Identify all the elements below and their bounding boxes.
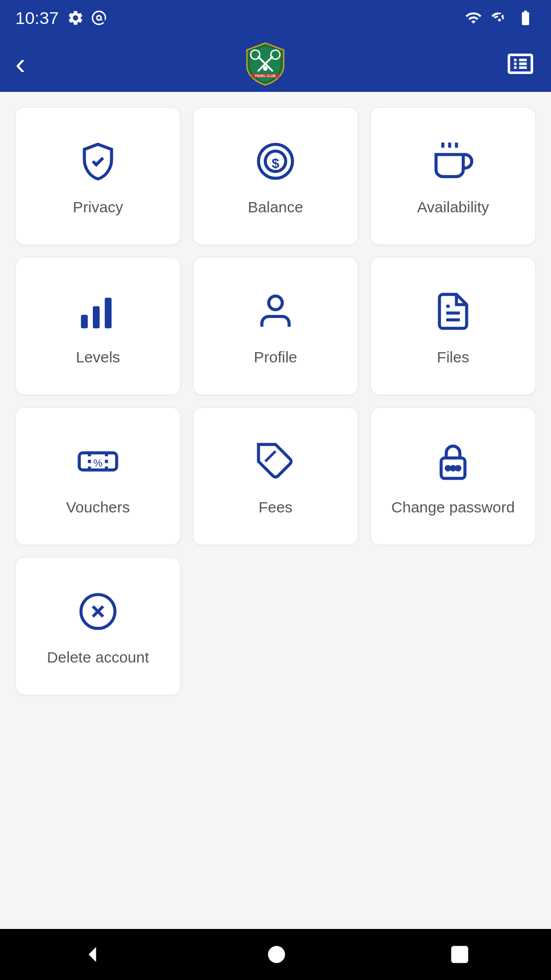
delete-account-icon xyxy=(78,591,118,632)
balance-label: Balance xyxy=(248,197,303,217)
wifi-icon xyxy=(463,9,484,27)
id-card-icon xyxy=(505,48,536,79)
nav-bar: ‹ PADEL CLUB xyxy=(0,36,551,92)
privacy-label: Privacy xyxy=(73,197,123,217)
back-button[interactable]: ‹ xyxy=(15,48,26,79)
back-nav-button[interactable] xyxy=(81,943,104,966)
delete-account-label: Delete account xyxy=(47,647,149,667)
home-nav-button[interactable] xyxy=(266,944,287,965)
vouchers-icon: % xyxy=(78,441,118,482)
files-item[interactable]: Files xyxy=(370,257,536,395)
id-card-button[interactable] xyxy=(505,48,536,79)
svg-point-26 xyxy=(452,467,455,470)
svg-rect-12 xyxy=(81,314,88,328)
levels-icon xyxy=(78,291,118,332)
bottom-nav xyxy=(0,929,551,980)
vouchers-item[interactable]: % Vouchers xyxy=(15,407,181,545)
svg-rect-13 xyxy=(93,306,99,328)
levels-item[interactable]: Levels xyxy=(15,257,181,395)
status-bar: 10:37 xyxy=(0,0,551,36)
fees-icon xyxy=(255,441,296,482)
privacy-icon xyxy=(78,141,118,182)
availability-icon xyxy=(433,141,473,182)
status-right xyxy=(463,9,536,27)
delete-account-item[interactable]: Delete account xyxy=(15,557,181,695)
main-content: Privacy $ Balance xyxy=(0,92,551,929)
svg-line-23 xyxy=(265,451,276,461)
status-icons xyxy=(67,9,108,27)
at-icon xyxy=(90,9,108,27)
signal-icon xyxy=(491,9,508,27)
vouchers-label: Vouchers xyxy=(66,497,130,517)
files-icon xyxy=(433,291,473,332)
svg-point-15 xyxy=(269,296,283,310)
availability-item[interactable]: Availability xyxy=(370,107,536,245)
battery-icon xyxy=(515,9,536,27)
svg-point-25 xyxy=(446,467,450,470)
availability-label: Availability xyxy=(417,197,489,217)
profile-label: Profile xyxy=(254,347,297,367)
privacy-item[interactable]: Privacy xyxy=(15,107,181,245)
change-password-item[interactable]: Change password xyxy=(370,407,536,545)
menu-grid: Privacy $ Balance xyxy=(15,107,536,695)
svg-text:PADEL CLUB: PADEL CLUB xyxy=(255,74,276,78)
profile-item[interactable]: Profile xyxy=(193,257,358,395)
fees-item[interactable]: Fees xyxy=(193,407,358,545)
recent-nav-button[interactable] xyxy=(449,944,470,965)
settings-icon xyxy=(67,9,84,27)
balance-item[interactable]: $ Balance xyxy=(193,107,358,245)
svg-rect-14 xyxy=(105,298,111,328)
change-password-icon xyxy=(433,441,473,482)
svg-point-4 xyxy=(263,66,267,71)
svg-text:$: $ xyxy=(272,156,280,171)
svg-point-32 xyxy=(268,946,285,963)
balance-icon: $ xyxy=(255,141,296,182)
status-time: 10:37 xyxy=(15,8,59,28)
change-password-label: Change password xyxy=(391,497,515,517)
logo-svg: PADEL CLUB xyxy=(242,41,288,87)
files-label: Files xyxy=(437,347,469,367)
fees-label: Fees xyxy=(259,497,293,517)
svg-point-27 xyxy=(457,467,460,470)
svg-marker-31 xyxy=(89,947,96,962)
svg-text:%: % xyxy=(93,457,103,469)
app-logo[interactable]: PADEL CLUB xyxy=(242,41,288,87)
levels-label: Levels xyxy=(76,347,120,367)
profile-icon xyxy=(255,291,296,332)
svg-rect-33 xyxy=(451,946,468,963)
